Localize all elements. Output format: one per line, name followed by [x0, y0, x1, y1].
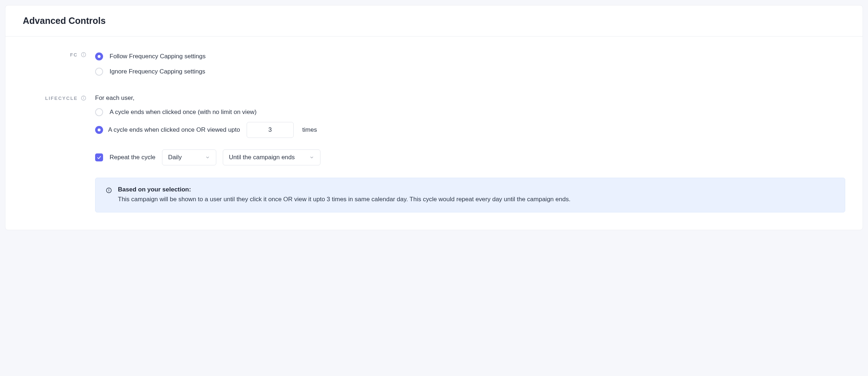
info-icon[interactable]	[81, 52, 86, 58]
repeat-until-select[interactable]: Until the campaign ends	[223, 149, 320, 165]
svg-point-2	[84, 54, 84, 54]
card-body: FC Follow Frequency Capping settings Ign…	[5, 37, 863, 230]
fc-option-ignore[interactable]: Ignore Frequency Capping settings	[95, 66, 845, 77]
fc-option-follow[interactable]: Follow Frequency Capping settings	[95, 51, 845, 62]
lifecycle-option-click-or-view-suffix: times	[302, 126, 317, 134]
lifecycle-row: LIFECYCLE For each user, A cycle ends wh…	[23, 94, 845, 212]
radio-checked-icon	[95, 126, 103, 134]
fc-label-col: FC	[23, 51, 95, 58]
svg-point-8	[109, 189, 109, 190]
summary-content: Based on your selection: This campaign w…	[118, 186, 570, 204]
fc-option-follow-label: Follow Frequency Capping settings	[110, 53, 206, 60]
lifecycle-option-click-once[interactable]: A cycle ends when clicked once (with no …	[95, 107, 845, 118]
check-icon	[97, 155, 102, 160]
card-title: Advanced Controls	[23, 16, 845, 26]
lifecycle-label-col: LIFECYCLE	[23, 94, 95, 101]
lifecycle-option-click-or-view[interactable]: A cycle ends when clicked once OR viewed…	[95, 122, 845, 138]
summary-box: Based on your selection: This campaign w…	[95, 178, 845, 212]
chevron-down-icon	[309, 155, 314, 160]
radio-unchecked-icon	[95, 68, 103, 76]
info-icon[interactable]	[81, 95, 86, 101]
chevron-down-icon	[205, 155, 210, 160]
fc-controls: Follow Frequency Capping settings Ignore…	[95, 51, 845, 77]
advanced-controls-card: Advanced Controls FC Follow Frequency Ca…	[5, 5, 863, 230]
lifecycle-label: LIFECYCLE	[45, 96, 78, 101]
lifecycle-option-click-or-view-prefix: A cycle ends when clicked once OR viewed…	[108, 126, 240, 134]
info-icon	[106, 187, 112, 194]
fc-row: FC Follow Frequency Capping settings Ign…	[23, 51, 845, 77]
repeat-checkbox[interactable]	[95, 153, 103, 161]
radio-checked-icon	[95, 52, 103, 60]
repeat-interval-select[interactable]: Daily	[162, 149, 216, 165]
repeat-until-value: Until the campaign ends	[229, 154, 295, 161]
lifecycle-controls: For each user, A cycle ends when clicked…	[95, 94, 845, 212]
view-count-input[interactable]	[247, 122, 294, 138]
lifecycle-option-click-once-label: A cycle ends when clicked once (with no …	[110, 109, 256, 116]
summary-title: Based on your selection:	[118, 186, 570, 193]
card-header: Advanced Controls	[5, 5, 863, 37]
lifecycle-intro: For each user,	[95, 94, 845, 102]
fc-option-ignore-label: Ignore Frequency Capping settings	[110, 68, 205, 75]
svg-point-5	[84, 97, 84, 97]
radio-unchecked-icon	[95, 108, 103, 116]
repeat-interval-value: Daily	[168, 154, 182, 161]
repeat-row: Repeat the cycle Daily Until the campaig…	[95, 149, 845, 165]
summary-text: This campaign will be shown to a user un…	[118, 195, 570, 204]
repeat-label: Repeat the cycle	[110, 154, 156, 161]
fc-label: FC	[70, 52, 78, 58]
